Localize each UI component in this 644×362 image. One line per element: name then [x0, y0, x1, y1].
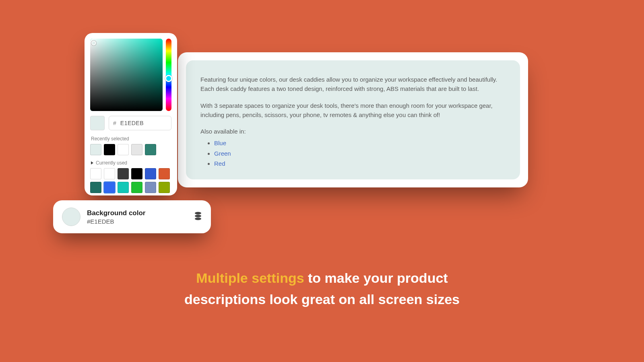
used-swatch-5[interactable]: [159, 168, 170, 179]
currently-used-label: Currently used: [96, 160, 127, 166]
hex-input-wrapper[interactable]: #: [109, 116, 171, 130]
color-picker-panel: # Recently selected Currently used: [85, 33, 177, 195]
sv-handle[interactable]: [91, 41, 96, 45]
used-swatch-0[interactable]: [90, 168, 101, 179]
used-swatch-2[interactable]: [118, 168, 129, 179]
hex-hash-label: #: [113, 120, 116, 126]
used-swatch-3[interactable]: [131, 168, 142, 179]
preview-also-label: Also available in:: [200, 127, 506, 136]
currently-used-toggle[interactable]: Currently used: [91, 160, 171, 166]
recent-swatch-0[interactable]: [90, 144, 101, 155]
marketing-tagline: Multiple settings to make your product d…: [0, 267, 644, 310]
preview-paragraph-2: With 3 separate spaces to organize your …: [200, 101, 506, 120]
tagline-line1-rest: to make your product: [304, 270, 448, 286]
setting-value: #E1EDEB: [87, 218, 145, 225]
used-swatch-9[interactable]: [131, 182, 142, 193]
recent-swatch-1[interactable]: [104, 144, 115, 155]
used-swatch-7[interactable]: [104, 182, 115, 193]
preview-link-red[interactable]: Red: [214, 160, 225, 167]
svg-point-0: [195, 212, 201, 214]
current-color-swatch: [90, 116, 105, 130]
setting-swatch: [62, 208, 80, 226]
chevron-right-icon: [91, 161, 93, 165]
currently-used-swatches: [90, 168, 171, 193]
recent-swatch-2[interactable]: [118, 144, 129, 155]
hue-slider[interactable]: [166, 39, 171, 111]
recent-swatch-4[interactable]: [145, 144, 156, 155]
preview-link-green[interactable]: Green: [214, 150, 231, 157]
saturation-value-area[interactable]: [90, 39, 163, 111]
preview-content: Featuring four unique colors, our desk c…: [186, 60, 520, 179]
used-swatch-11[interactable]: [159, 182, 170, 193]
used-swatch-10[interactable]: [145, 182, 156, 193]
svg-point-1: [195, 215, 201, 217]
svg-point-2: [195, 218, 201, 220]
recently-selected-swatches: [90, 144, 171, 155]
used-swatch-8[interactable]: [118, 182, 129, 193]
used-swatch-1[interactable]: [104, 168, 115, 179]
preview-link-list: Blue Green Red: [214, 138, 506, 168]
preview-paragraph-1: Featuring four unique colors, our desk c…: [200, 75, 506, 94]
recent-swatch-3[interactable]: [131, 144, 142, 155]
tagline-accent: Multiple settings: [196, 270, 304, 286]
setting-title: Background color: [87, 209, 145, 217]
hex-input[interactable]: [120, 120, 167, 126]
used-swatch-4[interactable]: [145, 168, 156, 179]
database-icon: [194, 212, 202, 222]
preview-card: Featuring four unique colors, our desk c…: [178, 52, 528, 187]
used-swatch-6[interactable]: [90, 182, 101, 193]
background-color-setting[interactable]: Background color #E1EDEB: [53, 200, 211, 233]
preview-link-blue[interactable]: Blue: [214, 140, 226, 146]
recently-selected-label: Recently selected: [91, 136, 171, 142]
hue-handle[interactable]: [165, 75, 172, 82]
tagline-line2: descriptions look great on all screen si…: [0, 289, 644, 310]
